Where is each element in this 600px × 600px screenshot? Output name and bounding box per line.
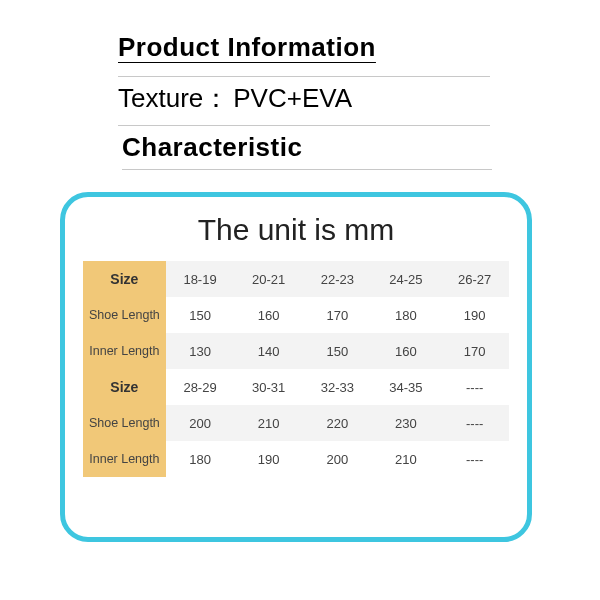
header-block: Product Information Texture： PVC+EVA — [118, 32, 490, 130]
header-characteristic-line: Characteristic — [122, 132, 492, 170]
table-row: Size28-2930-3132-3334-35---- — [83, 369, 509, 405]
table-cell: 210 — [234, 405, 303, 441]
table-cell: 180 — [166, 441, 235, 477]
size-table: Size18-1920-2122-2324-2526-27Shoe Length… — [83, 261, 509, 477]
table-cell: 160 — [234, 297, 303, 333]
table-cell: 200 — [166, 405, 235, 441]
header-title: Product Information — [118, 32, 376, 63]
table-cell: ---- — [440, 369, 509, 405]
table-cell: ---- — [440, 405, 509, 441]
table-cell: 180 — [372, 297, 441, 333]
table-cell: 220 — [303, 405, 372, 441]
table-row: Shoe Length200210220230---- — [83, 405, 509, 441]
table-cell: ---- — [440, 441, 509, 477]
table-row: Inner Length130140150160170 — [83, 333, 509, 369]
table-cell: 18-19 — [166, 261, 235, 297]
card-title: The unit is mm — [83, 213, 509, 247]
table-cell: 230 — [372, 405, 441, 441]
table-cell: 190 — [440, 297, 509, 333]
table-cell: 140 — [234, 333, 303, 369]
table-cell: 32-33 — [303, 369, 372, 405]
row-header: Inner Length — [83, 441, 166, 477]
row-header: Shoe Length — [83, 297, 166, 333]
table-cell: 20-21 — [234, 261, 303, 297]
table-row: Shoe Length150160170180190 — [83, 297, 509, 333]
table-cell: 22-23 — [303, 261, 372, 297]
table-cell: 24-25 — [372, 261, 441, 297]
table-cell: 34-35 — [372, 369, 441, 405]
header-texture-line: Texture： PVC+EVA — [118, 81, 490, 126]
characteristic-label: Characteristic — [122, 132, 302, 162]
texture-value: PVC+EVA — [233, 83, 352, 114]
table-cell: 30-31 — [234, 369, 303, 405]
table-cell: 150 — [303, 333, 372, 369]
row-header: Inner Length — [83, 333, 166, 369]
table-cell: 130 — [166, 333, 235, 369]
row-header: Size — [83, 261, 166, 297]
row-header: Shoe Length — [83, 405, 166, 441]
table-cell: 190 — [234, 441, 303, 477]
table-cell: 170 — [440, 333, 509, 369]
table-row: Inner Length180190200210---- — [83, 441, 509, 477]
texture-label: Texture： — [118, 81, 229, 116]
table-row: Size18-1920-2122-2324-2526-27 — [83, 261, 509, 297]
table-cell: 26-27 — [440, 261, 509, 297]
table-cell: 200 — [303, 441, 372, 477]
table-cell: 170 — [303, 297, 372, 333]
size-card: The unit is mm Size18-1920-2122-2324-252… — [60, 192, 532, 542]
table-cell: 160 — [372, 333, 441, 369]
row-header: Size — [83, 369, 166, 405]
table-cell: 150 — [166, 297, 235, 333]
table-cell: 210 — [372, 441, 441, 477]
table-cell: 28-29 — [166, 369, 235, 405]
header-title-line: Product Information — [118, 32, 490, 77]
